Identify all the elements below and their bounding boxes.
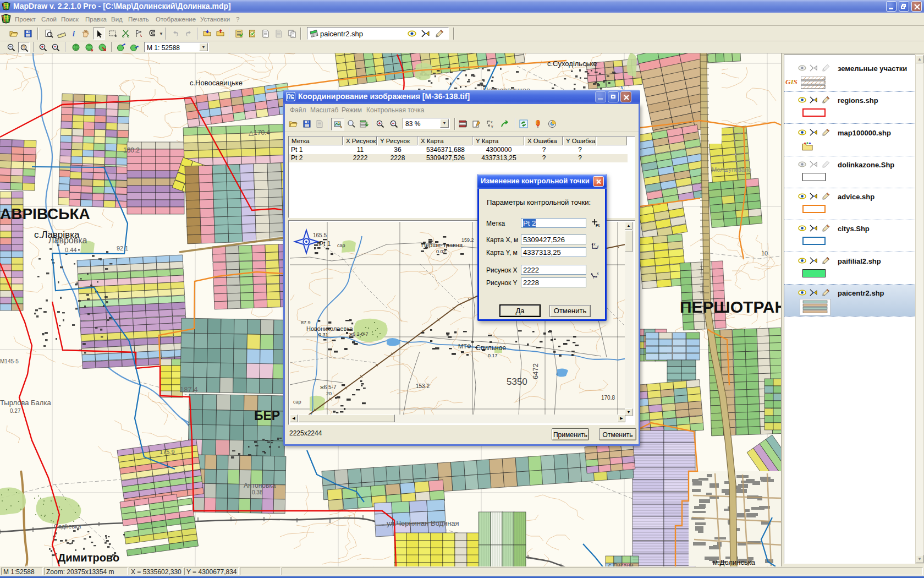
svg-text:0.17: 0.17: [488, 353, 498, 358]
svg-text:y: y: [597, 244, 599, 249]
svg-text:i: i: [73, 30, 75, 38]
svg-text:ж6 5-7: ж6 5-7: [320, 384, 337, 390]
svg-text:Pt: Pt: [596, 223, 600, 227]
svg-text:Димитрово: Димитрово: [58, 552, 119, 564]
svg-text:87.9: 87.9: [301, 320, 311, 325]
svg-text:Лавровка: Лавровка: [48, 236, 87, 245]
svg-text:165.5: 165.5: [313, 232, 327, 238]
svg-text:М145-5: М145-5: [0, 358, 19, 364]
svg-text:АВРІВСЬКА: АВРІВСЬКА: [0, 205, 90, 222]
svg-text:с.Лисани: с.Лисани: [608, 562, 634, 566]
svg-text:0.31: 0.31: [318, 332, 328, 337]
svg-text:x: x: [491, 120, 493, 124]
svg-text:5350: 5350: [507, 377, 527, 387]
svg-text:сар: сар: [337, 243, 345, 248]
svg-text:Спильное: Спильное: [476, 344, 506, 352]
svg-text:с.Новосавицьке: с.Новосавицьке: [190, 79, 243, 87]
svg-text:Новониколаевка: Новониколаевка: [306, 325, 353, 332]
svg-text:y: y: [491, 124, 493, 128]
svg-text:Тырлова Балка: Тырлова Балка: [0, 399, 51, 407]
svg-text:10: 10: [761, 250, 768, 257]
svg-text:170.8: 170.8: [601, 395, 615, 401]
svg-text:с.Суходільське: с.Суходільське: [547, 59, 597, 68]
svg-text:БЕР: БЕР: [254, 408, 280, 423]
svg-text:0.02: 0.02: [436, 249, 446, 254]
svg-text:0.44: 0.44: [65, 247, 76, 253]
svg-text:x: x: [593, 242, 596, 246]
svg-text:187.4: 187.4: [180, 385, 198, 394]
svg-text:160.2: 160.2: [123, 146, 140, 154]
svg-text:159.2: 159.2: [461, 237, 474, 243]
svg-text:Антоновка: Антоновка: [244, 482, 276, 489]
svg-text:6472: 6472: [531, 363, 540, 379]
svg-text:92.1: 92.1: [117, 245, 128, 252]
svg-text:Молшуновано: Молшуновано: [712, 166, 751, 173]
svg-text:МТФ: МТФ: [458, 343, 471, 350]
svg-text:м.Долинська: м.Долинська: [713, 558, 756, 566]
svg-text:x: x: [597, 271, 599, 275]
svg-text:153.2: 153.2: [416, 383, 430, 389]
svg-text:Y: Y: [592, 275, 595, 279]
svg-text:ул.Чернянан Водяная: ул.Чернянан Водяная: [387, 519, 459, 527]
svg-text:△170.4: △170.4: [249, 129, 271, 137]
svg-text:Перше-Травня: Перше-Травня: [421, 242, 463, 248]
svg-text:Pt 1: Pt 1: [319, 240, 331, 248]
svg-text:0.38: 0.38: [252, 489, 263, 495]
svg-text:ПЕРШОТРАН: ПЕРШОТРАН: [680, 298, 781, 316]
svg-text:ж6 2-0-7: ж6 2-0-7: [349, 331, 369, 337]
svg-text:Седневка: Седневка: [54, 523, 81, 530]
svg-text:175.9: 175.9: [160, 449, 175, 455]
svg-text:сар: сар: [293, 399, 301, 405]
svg-text:0.27: 0.27: [10, 408, 21, 414]
svg-text:20: 20: [326, 391, 332, 396]
